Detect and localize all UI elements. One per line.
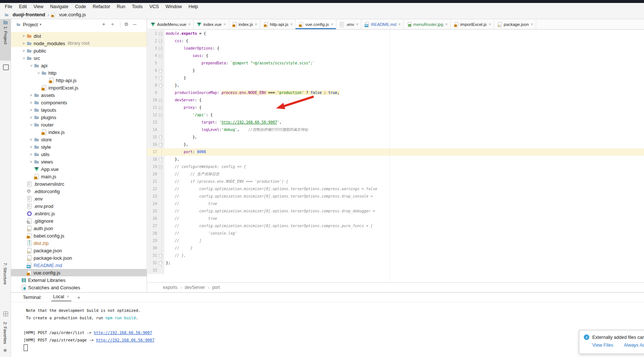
- chevron-icon[interactable]: >: [21, 49, 26, 53]
- tree-item-components[interactable]: >components: [11, 99, 147, 106]
- hide-panel-icon[interactable]: ─: [133, 21, 136, 27]
- editor-tab-vue.config.js[interactable]: vue.config.js: [296, 19, 336, 29]
- close-icon[interactable]: [531, 22, 533, 27]
- chevron-icon[interactable]: >: [29, 122, 33, 127]
- terminal-link[interactable]: http://192.168.66.56:9007: [94, 330, 152, 335]
- always-add-link[interactable]: Always Add: [624, 343, 644, 348]
- locate-file-icon[interactable]: ⌖: [102, 21, 105, 27]
- tree-item-src[interactable]: >src: [11, 54, 147, 62]
- terminal-link[interactable]: http://192.168.66.56:9007: [96, 338, 154, 342]
- tree-item-Scratches and Consoles[interactable]: Scratches and Consoles: [11, 284, 147, 291]
- editor-tab-package.json[interactable]: package.json: [494, 19, 536, 29]
- breadcrumb-project[interactable]: duoji-frontend: [13, 12, 45, 17]
- menu-item-window[interactable]: Window: [162, 3, 185, 10]
- editor-tab-http-api.js[interactable]: http-api.js: [260, 19, 296, 29]
- tree-item-.env[interactable]: .env: [11, 195, 147, 202]
- close-icon[interactable]: [224, 22, 226, 27]
- code-line-17[interactable]: 17 port: 8008: [147, 148, 644, 156]
- menu-item-view[interactable]: View: [30, 3, 47, 10]
- tree-item-main.js[interactable]: main.js: [11, 173, 147, 180]
- tree-item-dist[interactable]: >dist: [11, 32, 147, 40]
- code-line-33[interactable]: 33: [147, 267, 644, 274]
- editor-tab-menuRouter.jpg[interactable]: menuRouter.jpg: [404, 19, 451, 29]
- code-line-29[interactable]: 29 // ]: [147, 237, 644, 245]
- chevron-icon[interactable]: >: [29, 63, 33, 68]
- tree-item-package-lock.json[interactable]: package-lock.json: [11, 254, 147, 262]
- code-line-31[interactable]: 31 // },: [147, 252, 644, 259]
- editor-tab-README.md[interactable]: README.md: [361, 19, 403, 29]
- tree-item-utils[interactable]: >utils: [11, 151, 147, 158]
- tree-item-store[interactable]: >store: [11, 136, 147, 143]
- code-line-12[interactable]: 12 '/api': {: [147, 111, 644, 119]
- view-files-link[interactable]: View Files: [592, 343, 613, 348]
- gear-icon[interactable]: ⚙: [124, 21, 129, 27]
- chevron-icon[interactable]: >: [28, 152, 34, 156]
- code-line-11[interactable]: 11 proxy: {: [147, 104, 644, 111]
- tree-item-External Libraries[interactable]: External Libraries: [11, 276, 147, 284]
- code-line-30[interactable]: 30 // }: [147, 245, 644, 252]
- close-icon[interactable]: [488, 22, 491, 27]
- code-line-8[interactable]: 8 },: [147, 82, 644, 89]
- code-line-23[interactable]: 23 // config.optimization.minimizer[0].o…: [147, 193, 644, 200]
- fold-start-icon[interactable]: [157, 111, 164, 119]
- tree-item-.eslintrc.js[interactable]: .eslintrc.js: [11, 210, 147, 217]
- menu-item-tools[interactable]: Tools: [129, 3, 146, 10]
- fold-end-icon[interactable]: [157, 259, 164, 267]
- fold-start-icon[interactable]: [157, 163, 164, 171]
- chevron-icon[interactable]: >: [28, 108, 34, 112]
- menu-item-navigate[interactable]: Navigate: [47, 3, 72, 10]
- close-icon[interactable]: [188, 22, 191, 27]
- tree-item-auth.json[interactable]: auth.json: [11, 225, 147, 232]
- tree-item-style[interactable]: >style: [11, 143, 147, 151]
- close-icon[interactable]: [331, 22, 333, 27]
- tree-item-README.md[interactable]: README.md: [11, 262, 147, 269]
- menu-item-refactor[interactable]: Refactor: [89, 3, 113, 10]
- code-editor[interactable]: 1module.exports = {2 css: {3 loaderOptio…: [147, 30, 644, 282]
- code-line-15[interactable]: 15 },: [147, 134, 644, 141]
- code-line-27[interactable]: 27 // config.optimization.minimizer[0].o…: [147, 222, 644, 230]
- fold-start-icon[interactable]: [157, 45, 164, 52]
- tree-item-plugins[interactable]: >plugins: [11, 114, 147, 121]
- breadcrumb-file[interactable]: vue.config.js: [59, 12, 86, 17]
- grid-tool-icon[interactable]: [3, 311, 8, 316]
- code-line-13[interactable]: 13 target: 'http://192.168.66.56:9007',: [147, 119, 644, 126]
- editor-tab-importExcel.js[interactable]: importExcel.js: [451, 19, 494, 29]
- fold-end-icon[interactable]: [157, 74, 164, 82]
- close-icon[interactable]: [255, 22, 258, 27]
- code-line-28[interactable]: 28 // 'console.log': [147, 230, 644, 237]
- collapse-all-icon[interactable]: ÷: [111, 21, 114, 27]
- fold-end-icon[interactable]: [157, 82, 164, 89]
- close-icon[interactable]: [356, 22, 358, 27]
- tool-button-structure[interactable]: 7: Structure: [3, 263, 7, 284]
- menu-item-vcs[interactable]: VCS: [146, 3, 162, 10]
- close-icon[interactable]: [445, 22, 448, 27]
- code-line-18[interactable]: 18 },: [147, 156, 644, 163]
- breadcrumb-port[interactable]: port: [212, 285, 220, 290]
- chevron-icon[interactable]: >: [28, 145, 34, 149]
- code-line-24[interactable]: 24 // true: [147, 200, 644, 208]
- fold-end-icon[interactable]: [157, 67, 164, 74]
- chevron-icon[interactable]: >: [21, 34, 26, 38]
- breadcrumb-exports[interactable]: exports: [163, 285, 177, 290]
- code-line-32[interactable]: 32};: [147, 259, 644, 267]
- fold-end-icon[interactable]: [157, 252, 164, 259]
- terminal-output[interactable]: Note that the development build is not o…: [11, 302, 644, 351]
- code-line-2[interactable]: 2 css: {: [147, 37, 644, 45]
- tree-item-router[interactable]: >router: [11, 121, 147, 128]
- code-line-16[interactable]: 16 },: [147, 141, 644, 148]
- code-line-4[interactable]: 4 sass: {: [147, 52, 644, 60]
- tree-item-.browserslistrc[interactable]: .browserslistrc: [11, 180, 147, 188]
- tree-item-.editorconfig[interactable]: .editorconfig: [11, 188, 147, 195]
- breadcrumb-devserver[interactable]: devServer: [185, 285, 205, 290]
- fold-start-icon[interactable]: [157, 37, 164, 45]
- tree-item-dist.zip[interactable]: dist.zip: [11, 239, 147, 247]
- tree-item-node_modules[interactable]: >node_moduleslibrary root: [11, 40, 147, 47]
- menu-item-edit[interactable]: Edit: [16, 3, 30, 10]
- close-icon[interactable]: [67, 294, 69, 299]
- code-line-19[interactable]: 19 // configureWebpack: config => {: [147, 163, 644, 171]
- code-line-14[interactable]: 14 logLevel:'debug', //控制台终端打印代理前的真实地址: [147, 126, 644, 134]
- editor-tab-index.vue[interactable]: index.vue: [194, 19, 229, 29]
- close-icon[interactable]: [398, 22, 401, 27]
- chevron-icon[interactable]: >: [28, 160, 34, 164]
- menu-item-run[interactable]: Run: [113, 3, 129, 10]
